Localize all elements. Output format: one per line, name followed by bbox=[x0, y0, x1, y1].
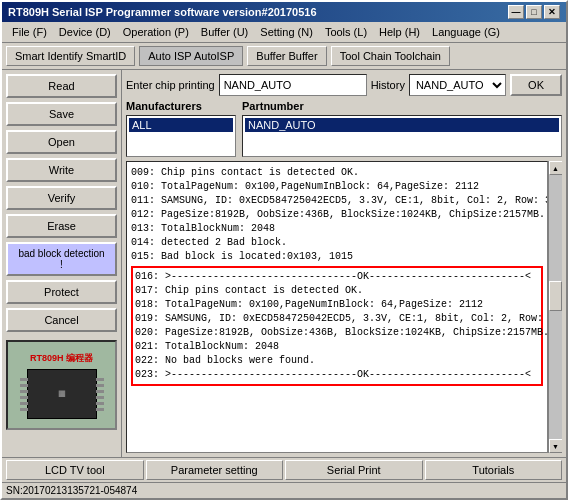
log-line-021: 021: TotalBlockNum: 2048 bbox=[135, 340, 539, 354]
log-area[interactable]: 009: Chip pins contact is detected OK. 0… bbox=[126, 161, 548, 453]
serial-print-button[interactable]: Serial Print bbox=[285, 460, 423, 480]
read-button[interactable]: Read bbox=[6, 74, 117, 98]
main-window: RT809H Serial ISP Programmer software ve… bbox=[0, 0, 568, 500]
log-scrollbar[interactable]: ▲ ▼ bbox=[548, 161, 562, 453]
partnumber-label: Partnumber bbox=[242, 100, 562, 112]
scroll-down-button[interactable]: ▼ bbox=[549, 439, 563, 453]
mfr-pn-row: Manufacturers ALL Partnumber NAND_AUTO bbox=[126, 100, 562, 157]
tutorials-button[interactable]: Tutorials bbox=[425, 460, 563, 480]
lcd-tv-tool-button[interactable]: LCD TV tool bbox=[6, 460, 144, 480]
menu-file[interactable]: File (F) bbox=[6, 24, 53, 40]
partnumber-item-nand-auto[interactable]: NAND_AUTO bbox=[245, 118, 559, 132]
manufacturers-label: Manufacturers bbox=[126, 100, 236, 112]
erase-button[interactable]: Erase bbox=[6, 214, 117, 238]
menu-bar: File (F) Device (D) Operation (P) Buffer… bbox=[2, 22, 566, 43]
chip-entry-row: Enter chip printing History NAND_AUTO OK bbox=[126, 74, 562, 96]
log-line-013: 013: TotalBlockNum: 2048 bbox=[131, 222, 543, 236]
protect-button[interactable]: Protect bbox=[6, 280, 117, 304]
manufacturers-box: Manufacturers ALL bbox=[126, 100, 236, 157]
chip-printing-input[interactable] bbox=[219, 74, 367, 96]
bottom-bar: SN:20170213135721-054874 bbox=[2, 482, 566, 498]
log-line-009: 009: Chip pins contact is detected OK. bbox=[131, 166, 543, 180]
title-bar-buttons: — □ ✕ bbox=[508, 5, 560, 19]
scroll-track[interactable] bbox=[549, 175, 562, 439]
toolchain-button[interactable]: Tool Chain Toolchain bbox=[331, 46, 450, 66]
log-line-016: 016: >-------------------------------OK-… bbox=[135, 270, 539, 284]
device-image: RT809H 编程器 ▦ bbox=[6, 340, 117, 430]
log-line-017: 017: Chip pins contact is detected OK. bbox=[135, 284, 539, 298]
serial-number: SN:20170213135721-054874 bbox=[6, 485, 137, 496]
chip-printing-label: Enter chip printing bbox=[126, 79, 215, 91]
menu-setting[interactable]: Setting (N) bbox=[254, 24, 319, 40]
menu-help[interactable]: Help (H) bbox=[373, 24, 426, 40]
log-line-015: 015: Bad block is located:0x103, 1015 bbox=[131, 250, 543, 264]
title-bar: RT809H Serial ISP Programmer software ve… bbox=[2, 2, 566, 22]
right-panel: Enter chip printing History NAND_AUTO OK… bbox=[122, 70, 566, 457]
scroll-thumb[interactable] bbox=[549, 281, 562, 311]
auto-isp-button[interactable]: Auto ISP AutoISP bbox=[139, 46, 243, 66]
menu-tools[interactable]: Tools (L) bbox=[319, 24, 373, 40]
manufacturers-listbox[interactable]: ALL bbox=[126, 115, 236, 157]
history-select[interactable]: NAND_AUTO bbox=[409, 74, 506, 96]
menu-language[interactable]: Language (G) bbox=[426, 24, 506, 40]
scroll-up-button[interactable]: ▲ bbox=[549, 161, 563, 175]
log-line-011: 011: SAMSUNG, ID: 0xECD584725042ECD5, 3.… bbox=[131, 194, 543, 208]
verify-button[interactable]: Verify bbox=[6, 186, 117, 210]
history-label: History bbox=[371, 79, 405, 91]
device-chip: ▦ bbox=[27, 369, 97, 419]
toolbar: Smart Identify SmartID Auto ISP AutoISP … bbox=[2, 43, 566, 70]
write-button[interactable]: Write bbox=[6, 158, 117, 182]
log-line-019: 019: SAMSUNG, ID: 0xECD584725042ECD5, 3.… bbox=[135, 312, 539, 326]
open-button[interactable]: Open bbox=[6, 130, 117, 154]
close-button[interactable]: ✕ bbox=[544, 5, 560, 19]
log-highlight-box: 016: >-------------------------------OK-… bbox=[131, 266, 543, 386]
window-title: RT809H Serial ISP Programmer software ve… bbox=[8, 6, 317, 18]
log-line-020: 020: PageSize:8192B, OobSize:436B, Block… bbox=[135, 326, 539, 340]
log-line-014: 014: detected 2 Bad block. bbox=[131, 236, 543, 250]
save-button[interactable]: Save bbox=[6, 102, 117, 126]
parameter-setting-button[interactable]: Parameter setting bbox=[146, 460, 284, 480]
log-line-012: 012: PageSize:8192B, OobSize:436B, Block… bbox=[131, 208, 543, 222]
smart-identify-button[interactable]: Smart Identify SmartID bbox=[6, 46, 135, 66]
cancel-button[interactable]: Cancel bbox=[6, 308, 117, 332]
manufacturers-item-all[interactable]: ALL bbox=[129, 118, 233, 132]
bad-block-detection-button[interactable]: bad block detection ! bbox=[6, 242, 117, 276]
log-line-010: 010: TotalPageNum: 0x100,PageNumInBlock:… bbox=[131, 180, 543, 194]
partnumber-listbox[interactable]: NAND_AUTO bbox=[242, 115, 562, 157]
menu-buffer[interactable]: Buffer (U) bbox=[195, 24, 254, 40]
log-line-022: 022: No bad blocks were found. bbox=[135, 354, 539, 368]
log-line-018: 018: TotalPageNum: 0x100,PageNumInBlock:… bbox=[135, 298, 539, 312]
status-bar: LCD TV tool Parameter setting Serial Pri… bbox=[2, 457, 566, 482]
menu-operation[interactable]: Operation (P) bbox=[117, 24, 195, 40]
log-line-023: 023: >-------------------------------OK-… bbox=[135, 368, 539, 382]
partnumber-box: Partnumber NAND_AUTO bbox=[242, 100, 562, 157]
main-content: Read Save Open Write Verify Erase bad bl… bbox=[2, 70, 566, 457]
menu-device[interactable]: Device (D) bbox=[53, 24, 117, 40]
chip-graphic: ▦ bbox=[58, 389, 66, 398]
buffer-button[interactable]: Buffer Buffer bbox=[247, 46, 326, 66]
minimize-button[interactable]: — bbox=[508, 5, 524, 19]
ok-button[interactable]: OK bbox=[510, 74, 562, 96]
left-panel: Read Save Open Write Verify Erase bad bl… bbox=[2, 70, 122, 457]
device-label: RT809H 编程器 bbox=[30, 352, 93, 365]
log-container: 009: Chip pins contact is detected OK. 0… bbox=[126, 161, 562, 453]
maximize-button[interactable]: □ bbox=[526, 5, 542, 19]
